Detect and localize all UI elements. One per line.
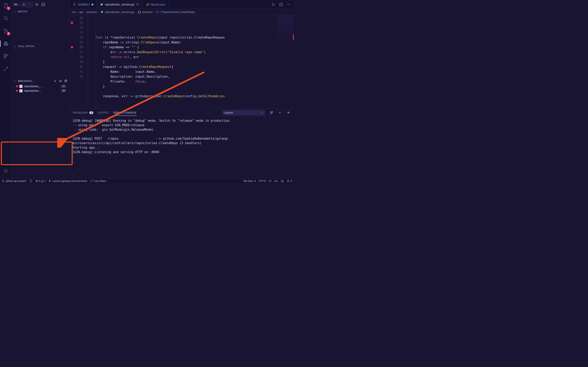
live-share-icon[interactable] (2, 65, 10, 73)
settings-gear-icon[interactable] (2, 167, 10, 175)
callstack-section-header[interactable]: CALL STACK (12, 44, 69, 49)
chevron-down-icon (14, 45, 17, 48)
status-language[interactable]: Go (274, 180, 278, 183)
editor-tabbar: Untitled-1 repositories_service.go {} la… (70, 0, 294, 9)
svg-rect-14 (65, 80, 67, 81)
svg-point-4 (5, 43, 7, 45)
debug-icon[interactable] (2, 40, 10, 48)
breakpoint-file-label: repositories_… (24, 85, 59, 88)
svg-rect-6 (6, 54, 8, 56)
collapse-panel-icon[interactable] (278, 111, 282, 115)
svg-point-1 (4, 29, 5, 30)
breakpoint-line-badge: 31 (61, 85, 67, 88)
svg-point-8 (5, 170, 7, 172)
braces-icon: {} (138, 10, 141, 14)
panel-tab-output[interactable]: OUTPUT (98, 111, 109, 114)
watch-label: WATCH (18, 10, 27, 13)
tab-untitled[interactable]: Untitled-1 (70, 0, 97, 9)
breakpoint-checkbox[interactable]: ✓ (19, 89, 22, 92)
watch-section-header[interactable]: WATCH (12, 9, 69, 14)
close-panel-icon[interactable] (287, 111, 291, 115)
sidebar-title: DE… (14, 3, 20, 6)
svg-point-9 (36, 4, 37, 5)
svg-point-27 (281, 180, 283, 182)
debug-sidebar: DE… WATCH (12, 0, 70, 178)
breadcrumb-item[interactable]: services (142, 10, 153, 14)
chevron-down-icon (14, 80, 17, 83)
panel-tab-more[interactable]: ··· (141, 111, 143, 114)
breadcrumb-item[interactable]: repositories_service.go (105, 10, 134, 14)
remove-all-breakpoints-icon[interactable] (64, 80, 67, 83)
gopher-icon (100, 3, 103, 6)
svg-rect-13 (65, 80, 66, 82)
extensions-icon[interactable] (2, 52, 10, 60)
status-tabsize[interactable]: Tab Size: 4 (243, 180, 256, 183)
file-icon (73, 3, 76, 6)
breakpoint-row[interactable]: ✓ repositories… 36 (12, 89, 69, 93)
editor-body[interactable]: 30313233343536373839404142 func (s *repo… (70, 15, 294, 109)
breakpoint-dot-icon (16, 90, 18, 92)
breadcrumb[interactable]: src› api› services› repositories_service… (70, 9, 294, 15)
close-tab-icon[interactable] (136, 3, 139, 6)
activity-bar: 1 6 (0, 0, 12, 178)
debug-settings-icon[interactable] (34, 2, 39, 7)
status-launch[interactable]: Launch (golang-microservices) (49, 180, 87, 183)
run-config-picker[interactable] (21, 2, 33, 7)
split-editor-icon[interactable] (279, 2, 283, 7)
tab-more-icon[interactable] (287, 2, 291, 7)
toggle-active-breakpoints-icon[interactable] (59, 80, 62, 83)
debug-console-output[interactable]: [GIN-debug] [WARNING] Running in "debug"… (70, 117, 294, 174)
status-encoding[interactable]: UTF-8 (259, 180, 266, 183)
status-notifications[interactable]: 8 (287, 180, 292, 183)
breadcrumb-item[interactable]: services (86, 10, 97, 14)
chevron-down-icon (260, 111, 263, 114)
panel-tab-problems[interactable]: PROBLEMS 1 (73, 111, 93, 114)
svg-point-20 (288, 4, 289, 5)
debug-console-input[interactable]: › (70, 174, 294, 178)
svg-point-21 (290, 4, 290, 5)
status-sync-icon[interactable] (29, 179, 33, 183)
breadcrumb-item[interactable]: (*repoService).CreateRepo (160, 10, 195, 14)
status-feedback-icon[interactable] (281, 179, 284, 183)
breadcrumb-item[interactable]: src (72, 10, 76, 14)
debug-config-caret-icon[interactable] (27, 2, 33, 7)
breakpoint-dot-icon (16, 85, 18, 87)
svg-point-25 (4, 181, 4, 181)
svg-point-23 (3, 180, 3, 180)
debug-console-toggle-icon[interactable] (41, 2, 46, 7)
clear-console-icon[interactable] (269, 111, 274, 115)
tab-launch-json[interactable]: {} launch.json (143, 0, 169, 9)
panel-tab-debug-console[interactable]: DEBUG CONSOLE (113, 111, 136, 116)
svg-point-0 (4, 17, 7, 20)
svg-rect-22 (101, 11, 103, 13)
status-liveshare[interactable]: Live Share (90, 180, 106, 183)
status-branch[interactable]: github-api-project* (2, 180, 26, 183)
status-eol[interactable]: LF (269, 180, 272, 183)
svg-point-19 (287, 4, 288, 5)
code-area[interactable]: func (s *repoService) CreateRepo(input r… (87, 15, 294, 109)
editor-group: Untitled-1 repositories_service.go {} la… (70, 0, 294, 178)
minimap[interactable] (278, 15, 294, 48)
add-breakpoint-icon[interactable] (53, 80, 57, 83)
callstack-label: CALL STACK (18, 45, 35, 48)
breakpoints-section-header[interactable]: BREAKPOI… (12, 78, 69, 84)
breakpoint-row[interactable]: ✓ repositories_… 31 (12, 84, 69, 89)
breakpoint-file-label: repositories… (24, 89, 59, 92)
tab-repositories-service[interactable]: repositories_service.go (97, 0, 143, 9)
gutter[interactable]: 30313233343536373839404142 (70, 15, 87, 109)
breadcrumb-item[interactable]: api (79, 10, 83, 14)
debug-session-dropdown[interactable]: Launch (222, 110, 265, 115)
status-problems[interactable]: 0 1 (35, 180, 46, 183)
source-control-icon[interactable]: 6 (2, 27, 10, 35)
breakpoint-checkbox[interactable]: ✓ (19, 85, 22, 88)
explorer-icon[interactable]: 1 (2, 2, 10, 10)
start-debug-icon[interactable] (21, 2, 27, 7)
svg-point-3 (6, 30, 7, 31)
bottom-panel: PROBLEMS 1 OUTPUT DEBUG CONSOLE ··· Laun… (70, 109, 294, 178)
svg-rect-5 (4, 54, 6, 56)
problems-count-badge: 1 (89, 111, 93, 114)
dirty-dot-icon (92, 4, 93, 5)
compare-changes-icon[interactable] (271, 2, 275, 7)
search-icon[interactable] (2, 14, 10, 22)
gopher-icon (100, 10, 104, 14)
